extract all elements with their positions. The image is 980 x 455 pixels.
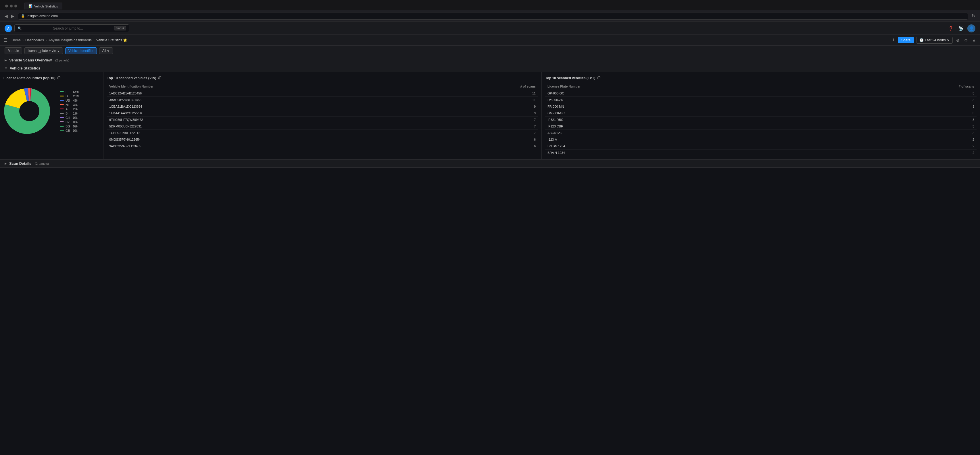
table-row[interactable]: 1CBD22TV0LI1221127 — [107, 130, 538, 136]
table-row[interactable]: FR-000-MN3 — [545, 103, 977, 110]
lpt-scan-count: 3 — [827, 103, 977, 110]
license-plate: IP123 CBR — [545, 123, 827, 130]
vin-scan-count: 11 — [412, 97, 538, 103]
browser-nav-bar: ◀ ▶ 🔒 insights.anyline.com ↻ — [0, 10, 980, 22]
main-content: ▶ Vehicle Scans Overview (2 panels) ▼ Ve… — [0, 56, 980, 254]
vehicle-identifier-filter[interactable]: Vehicle Identifier — [65, 48, 97, 54]
active-tab[interactable]: 📊 Vehicle Statistics — [24, 3, 62, 10]
svg-point-0 — [19, 101, 39, 121]
forward-button[interactable]: ▶ — [10, 13, 16, 19]
legend-item-A: A 2% — [60, 107, 79, 111]
lpt-scan-count: 3 — [827, 97, 977, 103]
table-row[interactable]: 1ABC12AB1AB12345611 — [107, 90, 538, 97]
vin-table: Vehicle Identification Number # of scans… — [107, 83, 538, 149]
app-toolbar: A 🔍 Search or jump to... cmd+k ❓ 📡 👤 — [0, 22, 980, 35]
back-button[interactable]: ◀ — [3, 13, 9, 19]
table-row[interactable]: 1FDA41AA3YG1222569 — [107, 110, 538, 117]
table-row[interactable]: BN BN 12342 — [545, 143, 977, 149]
legend-item-CZ: CZ 0% — [60, 120, 79, 124]
license-plate-vin-filter[interactable]: license_plate + vin ∨ — [24, 48, 63, 54]
table-row[interactable]: 9ABB22VA5VT1234556 — [107, 143, 538, 149]
table-row[interactable]: 0MGS35P7HH1236546 — [107, 136, 538, 143]
vin-number: 9THC50HF7QW889472 — [107, 117, 412, 123]
collapse-button[interactable]: ∧ — [971, 37, 977, 44]
pie-legend: F 64% D 26% US 4% NL — [60, 90, 79, 132]
lpt-scan-count: 2 — [827, 149, 977, 156]
notifications-button[interactable]: 📡 — [957, 25, 964, 32]
license-plate: DY-000-ZD — [545, 97, 827, 103]
license-plate: ABCD123 — [545, 130, 827, 136]
breadcrumb-home[interactable]: Home — [11, 38, 21, 42]
zoom-out-button[interactable]: ⊖ — [955, 37, 961, 44]
module-filter-button[interactable]: Module — [5, 48, 22, 54]
table-row[interactable]: IP321 RBC3 — [545, 117, 977, 123]
tab-icon: 📊 — [29, 4, 32, 8]
toolbar-right: ❓ 📡 👤 — [947, 24, 975, 32]
breadcrumb-anyline[interactable]: Anyline Insights dashboards — [49, 38, 92, 42]
refresh-button[interactable]: ↻ — [970, 13, 977, 19]
lpt-scan-count: 3 — [827, 110, 977, 117]
hamburger-button[interactable]: ☰ — [3, 37, 8, 43]
vehicle-scans-overview-header[interactable]: ▶ Vehicle Scans Overview (2 panels) — [0, 56, 980, 64]
table-row[interactable]: 1CBA21BA1DC1236549 — [107, 103, 538, 110]
table-row[interactable]: GM-000-GC3 — [545, 110, 977, 117]
panels-grid: License Plate countries (top 10) ⓘ — [0, 72, 980, 160]
legend-item-NL: NL 3% — [60, 103, 79, 106]
expand-icon: ▶ — [5, 59, 7, 62]
breadcrumb-dashboards[interactable]: Dashboards — [25, 38, 44, 42]
lpt-info-icon[interactable]: ⓘ — [597, 76, 600, 80]
pie-info-icon[interactable]: ⓘ — [57, 76, 60, 80]
app-logo: A — [5, 25, 12, 32]
avatar[interactable]: 👤 — [967, 24, 975, 32]
legend-item-CH: CH 0% — [60, 116, 79, 119]
scan-details-expand-icon: ▶ — [5, 162, 7, 165]
legend-item-B: B 1% — [60, 112, 79, 115]
breadcrumb: Home › Dashboards › Anyline Insights das… — [11, 38, 127, 42]
table-row[interactable]: GP-000-GC5 — [545, 90, 977, 97]
table-row[interactable]: BRA N 12342 — [545, 149, 977, 156]
nav-arrows[interactable]: ◀ ▶ — [3, 13, 16, 19]
window-controls — [3, 5, 22, 8]
share-button[interactable]: Share — [898, 37, 914, 43]
vin-number: 1CBD22TV0LI122112 — [107, 130, 412, 136]
breadcrumb-right: ℹ Share 🕐 Last 24 hours ∨ ⊖ ⚙ ∧ — [892, 37, 977, 44]
table-row[interactable]: IP123 CBR3 — [545, 123, 977, 130]
settings-button[interactable]: ⚙ — [963, 37, 969, 44]
info-button[interactable]: ℹ — [892, 37, 896, 43]
all-filter-button[interactable]: All ∨ — [99, 48, 113, 54]
scan-details-header[interactable]: ▶ Scan Details (2 panels) — [0, 160, 980, 168]
lock-icon: 🔒 — [21, 14, 25, 18]
collapse-icon: ▼ — [5, 67, 8, 70]
table-row[interactable]: 5DRM00JU0NJ2278317 — [107, 123, 538, 130]
vin-info-icon[interactable]: ⓘ — [158, 76, 161, 80]
table-row[interactable]: DY-000-ZD3 — [545, 97, 977, 103]
scan-details-panels-count: (2 panels) — [35, 162, 49, 165]
browser-tab-bar: 📊 Vehicle Statistics — [0, 0, 980, 10]
vin-scans-col-header: # of scans — [412, 83, 538, 90]
vehicle-statistics-title: Vehicle Statistics — [10, 66, 40, 70]
lpt-scan-count: 2 — [827, 143, 977, 149]
time-range-button[interactable]: 🕐 Last 24 hours ∨ — [916, 37, 953, 44]
search-bar[interactable]: 🔍 Search or jump to... cmd+k — [14, 24, 129, 32]
vin-number: 5DRM00JU0NJ227831 — [107, 123, 412, 130]
vehicle-statistics-header[interactable]: ▼ Vehicle Statistics — [0, 64, 980, 72]
lpt-scan-count: 3 — [827, 123, 977, 130]
table-row[interactable]: -123-A2 — [545, 136, 977, 143]
tab-label: Vehicle Statistics — [34, 5, 58, 8]
url-text: insights.anyline.com — [27, 14, 58, 18]
scan-details-title: Scan Details — [9, 161, 31, 166]
address-bar[interactable]: 🔒 insights.anyline.com — [18, 13, 968, 19]
pie-chart-title: License Plate countries (top 10) ⓘ — [3, 76, 100, 80]
search-icon: 🔍 — [18, 26, 22, 30]
filter-bar: Module license_plate + vin ∨ Vehicle Ide… — [0, 46, 980, 56]
lpt-scan-count: 2 — [827, 136, 977, 143]
license-plate: BN BN 1234 — [545, 143, 827, 149]
table-row[interactable]: 9THC50HF7QW8894727 — [107, 117, 538, 123]
table-row[interactable]: ABCD1233 — [545, 130, 977, 136]
vin-scan-count: 11 — [412, 90, 538, 97]
search-placeholder: Search or jump to... — [53, 26, 83, 30]
help-button[interactable]: ❓ — [947, 25, 955, 32]
table-row[interactable]: 3BAC98YZ4BF32145511 — [107, 97, 538, 103]
pie-container: F 64% D 26% US 4% NL — [3, 83, 100, 139]
chevron-down-icon: ∨ — [947, 38, 950, 42]
